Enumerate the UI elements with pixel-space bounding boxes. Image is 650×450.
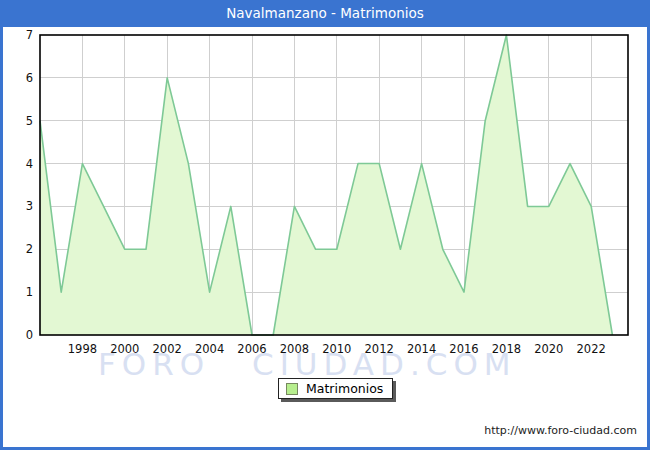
- y-axis-tick-label: 7: [3, 27, 33, 43]
- area-series-fill: [40, 35, 612, 335]
- y-axis-tick-label: 4: [3, 156, 33, 172]
- site-url: http://www.foro-ciudad.com: [484, 424, 637, 437]
- x-axis-tick-label: 2012: [357, 342, 401, 357]
- x-axis-tick-label: 2004: [188, 342, 232, 357]
- legend-swatch-icon: [286, 383, 298, 395]
- x-axis-tick-label: 2002: [145, 342, 189, 357]
- x-axis-tick-label: 2018: [484, 342, 528, 357]
- x-axis-tick-label: 2008: [272, 342, 316, 357]
- chart-window: Navalmanzano - Matrimonios FORO CIUDAD.C…: [0, 0, 650, 450]
- x-axis-tick-label: 2010: [315, 342, 359, 357]
- x-axis-tick-label: 1998: [60, 342, 104, 357]
- chart-legend: Matrimonios: [278, 378, 393, 399]
- x-axis-tick-label: 2006: [230, 342, 274, 357]
- x-axis-tick-label: 2020: [527, 342, 571, 357]
- x-axis-tick-label: 2000: [103, 342, 147, 357]
- y-axis-tick-label: 5: [3, 113, 33, 129]
- x-axis-tick-label: 2016: [442, 342, 486, 357]
- y-axis-tick-label: 6: [3, 70, 33, 86]
- y-axis-tick-label: 1: [3, 284, 33, 300]
- y-axis-tick-label: 3: [3, 198, 33, 214]
- x-axis-tick-label: 2022: [569, 342, 613, 357]
- x-axis-tick-label: 2014: [400, 342, 444, 357]
- y-axis-tick-label: 0: [3, 327, 33, 343]
- legend-label: Matrimonios: [306, 381, 383, 396]
- y-axis-tick-label: 2: [3, 241, 33, 257]
